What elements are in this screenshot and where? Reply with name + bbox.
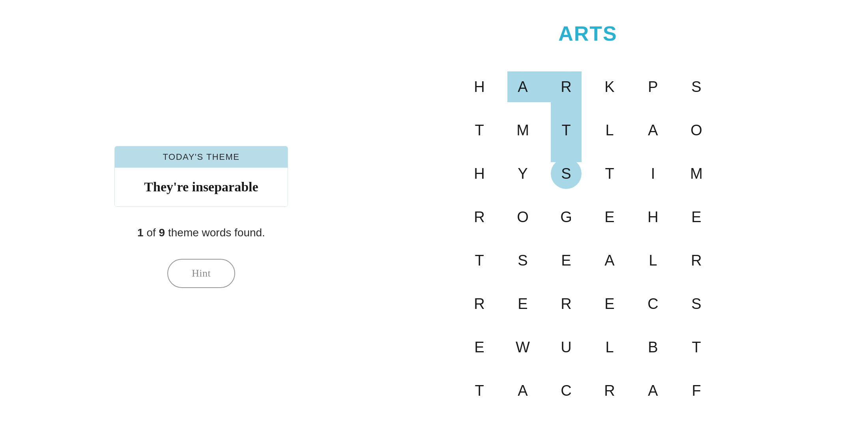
- grid-cell-3-5[interactable]: E: [675, 195, 718, 239]
- grid-cell-6-3[interactable]: L: [588, 326, 631, 369]
- grid-cell-1-5[interactable]: O: [675, 108, 718, 152]
- grid-cell-2-2[interactable]: S: [544, 152, 588, 195]
- grid-cell-1-1[interactable]: M: [501, 108, 544, 152]
- grid-cell-2-3[interactable]: T: [588, 152, 631, 195]
- progress-suffix: theme words found.: [168, 226, 265, 239]
- grid-cell-5-1[interactable]: E: [501, 282, 544, 326]
- grid-cell-4-3[interactable]: A: [588, 239, 631, 282]
- grid-cell-5-5[interactable]: S: [675, 282, 718, 326]
- grid-cell-5-3[interactable]: E: [588, 282, 631, 326]
- grid-cell-3-3[interactable]: E: [588, 195, 631, 239]
- grid-cell-5-4[interactable]: C: [631, 282, 675, 326]
- grid-cell-1-2[interactable]: T: [544, 108, 588, 152]
- grid-cell-0-4[interactable]: P: [631, 65, 675, 108]
- grid-cell-7-5[interactable]: F: [675, 369, 718, 412]
- highlighted-circle: S: [551, 158, 582, 189]
- grid-cell-3-2[interactable]: G: [544, 195, 588, 239]
- grid-cell-7-4[interactable]: A: [631, 369, 675, 412]
- grid-cell-6-4[interactable]: B: [631, 326, 675, 369]
- grid-cell-2-5[interactable]: M: [675, 152, 718, 195]
- theme-card: TODAY'S THEME They're inseparable: [114, 146, 288, 207]
- grid-cell-7-0[interactable]: T: [458, 369, 501, 412]
- grid-cell-6-0[interactable]: E: [458, 326, 501, 369]
- grid-cell-7-2[interactable]: C: [544, 369, 588, 412]
- grid-cell-3-0[interactable]: R: [458, 195, 501, 239]
- hint-button[interactable]: Hint: [167, 259, 235, 288]
- grid-cell-0-1[interactable]: A: [501, 65, 544, 108]
- grid-cell-2-4[interactable]: I: [631, 152, 675, 195]
- grid-cell-6-1[interactable]: W: [501, 326, 544, 369]
- progress-current: 1: [137, 226, 144, 239]
- grid-cell-6-5[interactable]: T: [675, 326, 718, 369]
- theme-header: TODAY'S THEME: [115, 146, 288, 168]
- grid-cell-4-4[interactable]: L: [631, 239, 675, 282]
- grid-cell-2-1[interactable]: Y: [501, 152, 544, 195]
- grid-cell-1-0[interactable]: T: [458, 108, 501, 152]
- progress-total: 9: [159, 226, 165, 239]
- grid-cell-5-0[interactable]: R: [458, 282, 501, 326]
- progress-of: of: [146, 226, 159, 239]
- grid-cell-7-3[interactable]: R: [588, 369, 631, 412]
- grid-cell-1-4[interactable]: A: [631, 108, 675, 152]
- highlighted-circle: T: [551, 115, 582, 146]
- progress-text: 1 of 9 theme words found.: [137, 226, 265, 239]
- grid-cell-0-5[interactable]: S: [675, 65, 718, 108]
- letter-grid: HARKPSTMTLAOHYSTIMROGEHETSEALRRERECSEWUL…: [458, 65, 718, 412]
- grid-cell-4-5[interactable]: R: [675, 239, 718, 282]
- grid-cell-3-1[interactable]: O: [501, 195, 544, 239]
- highlighted-circle: R: [551, 71, 582, 102]
- grid-cell-4-0[interactable]: T: [458, 239, 501, 282]
- grid-cell-1-3[interactable]: L: [588, 108, 631, 152]
- grid-cell-0-3[interactable]: K: [588, 65, 631, 108]
- puzzle-title: ARTS: [558, 22, 617, 45]
- right-panel: ARTS HARKPSTMTLAOHYSTIMROGEHETSEALRREREC…: [339, 10, 836, 424]
- grid-cell-2-0[interactable]: H: [458, 152, 501, 195]
- highlighted-circle: A: [507, 71, 538, 102]
- theme-body: They're inseparable: [115, 168, 288, 206]
- grid-cell-0-0[interactable]: H: [458, 65, 501, 108]
- grid-cell-3-4[interactable]: H: [631, 195, 675, 239]
- grid-cell-4-2[interactable]: E: [544, 239, 588, 282]
- left-panel: TODAY'S THEME They're inseparable 1 of 9…: [63, 122, 339, 312]
- grid-cell-0-2[interactable]: R: [544, 65, 588, 108]
- grid-cell-7-1[interactable]: A: [501, 369, 544, 412]
- grid-cell-4-1[interactable]: S: [501, 239, 544, 282]
- grid-cell-5-2[interactable]: R: [544, 282, 588, 326]
- grid-cell-6-2[interactable]: U: [544, 326, 588, 369]
